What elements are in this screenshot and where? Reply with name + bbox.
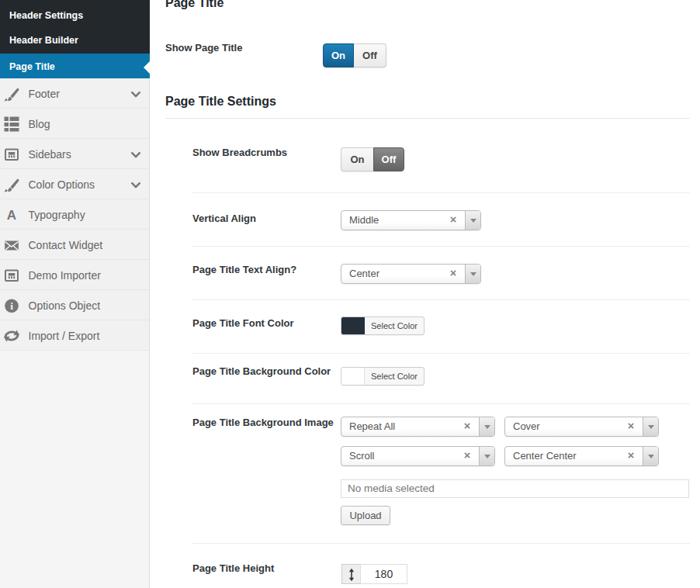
svg-text:A: A (7, 208, 16, 223)
svg-text:i: i (10, 300, 13, 312)
